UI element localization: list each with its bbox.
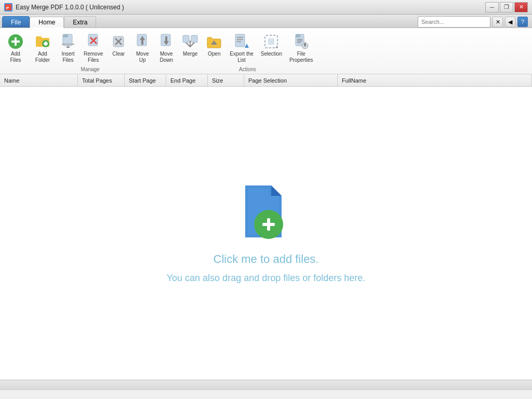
svg-rect-42 — [304, 44, 305, 46]
search-back-button[interactable]: ◀ — [505, 17, 515, 27]
open-button[interactable]: Open — [202, 31, 226, 59]
col-name: Name — [0, 74, 78, 86]
svg-rect-40 — [297, 42, 301, 43]
svg-rect-28 — [235, 34, 245, 47]
drop-line2: You can also drag and drop files or fold… — [167, 270, 366, 286]
help-button[interactable]: ? — [517, 17, 528, 27]
tab-extra[interactable]: Extra — [64, 16, 96, 28]
move-down-label: MoveDown — [159, 51, 173, 63]
export-list-button[interactable]: Export theList — [226, 31, 257, 65]
svg-marker-35 — [275, 46, 277, 48]
insert-files-label: InsertFiles — [61, 51, 74, 63]
main-content[interactable]: Click me to add files. You can also drag… — [0, 87, 532, 380]
col-end-page: End Page — [166, 74, 208, 86]
col-fullname: FullName — [338, 74, 532, 86]
svg-rect-34 — [268, 38, 274, 45]
window-controls: ─ ❐ ✕ — [485, 2, 528, 12]
add-files-label: AddFiles — [10, 51, 21, 63]
svg-rect-22 — [165, 36, 167, 42]
selection-label: Selection — [261, 51, 282, 57]
open-label: Open — [208, 51, 220, 57]
move-up-label: MoveUp — [136, 51, 149, 63]
file-properties-label: FileProperties — [289, 51, 313, 63]
svg-rect-10 — [62, 44, 74, 45]
move-up-icon — [134, 33, 151, 50]
svg-marker-11 — [66, 46, 70, 48]
move-down-button[interactable]: MoveDown — [154, 31, 178, 65]
svg-rect-9 — [63, 34, 68, 37]
col-page-selection: Page Selection — [244, 74, 338, 86]
titlebar: P Easy Merge PDF 1.0.0.0 ( Unlicensed ) … — [0, 0, 532, 15]
export-list-label: Export theList — [230, 51, 254, 63]
add-files-icon — [7, 33, 24, 50]
svg-rect-29 — [237, 37, 243, 38]
open-icon — [206, 33, 222, 50]
svg-rect-25 — [191, 35, 197, 43]
svg-rect-4 — [11, 41, 20, 43]
file-properties-button[interactable]: FileProperties — [286, 31, 317, 65]
search-area: ✕ ◀ ? — [418, 14, 530, 28]
search-clear-button[interactable]: ✕ — [493, 17, 503, 27]
svg-rect-38 — [297, 39, 302, 40]
file-properties-icon — [293, 33, 310, 50]
actions-section-label: Actions — [178, 65, 316, 74]
manage-section-label: Manage — [2, 65, 178, 74]
merge-button[interactable]: Merge — [178, 31, 202, 59]
svg-rect-24 — [183, 35, 189, 43]
insert-files-button[interactable]: InsertFiles — [56, 31, 80, 65]
remove-files-icon — [85, 33, 102, 50]
drop-text: Click me to add files. You can also drag… — [167, 249, 366, 286]
tab-file[interactable]: File — [2, 16, 30, 28]
svg-rect-7 — [44, 43, 48, 45]
tab-home[interactable]: Home — [30, 17, 64, 28]
svg-marker-32 — [245, 44, 249, 48]
selection-button[interactable]: Selection — [257, 31, 286, 59]
ribbon: AddFiles AddFolder — [0, 28, 532, 74]
app-title: Easy Merge PDF 1.0.0.0 ( Unlicensed ) — [16, 4, 124, 11]
drop-area[interactable]: Click me to add files. You can also drag… — [167, 180, 366, 286]
clear-button[interactable]: Clear — [107, 31, 130, 59]
svg-rect-30 — [237, 39, 243, 40]
statusbar — [0, 380, 532, 390]
column-headers: Name Total Pages Start Page End Page Siz… — [0, 74, 532, 87]
tab-bar: File Home Extra ✕ ◀ ? — [0, 15, 532, 28]
svg-text:P: P — [6, 6, 9, 10]
svg-rect-37 — [296, 34, 300, 37]
svg-rect-46 — [267, 218, 270, 231]
restore-button[interactable]: ❐ — [500, 2, 513, 12]
add-folder-label: AddFolder — [35, 51, 50, 63]
minimize-button[interactable]: ─ — [485, 2, 499, 12]
col-start-page: Start Page — [125, 74, 166, 86]
drop-file-icon — [235, 180, 297, 243]
titlebar-left: P Easy Merge PDF 1.0.0.0 ( Unlicensed ) — [4, 3, 124, 11]
move-down-icon — [158, 33, 175, 50]
app-icon: P — [4, 3, 12, 11]
close-button[interactable]: ✕ — [514, 2, 528, 12]
search-input[interactable] — [418, 16, 490, 28]
col-size: Size — [208, 74, 244, 86]
export-list-icon — [233, 33, 250, 50]
remove-files-label: RemoveFiles — [84, 51, 103, 63]
clear-icon — [110, 33, 127, 50]
add-folder-icon — [34, 33, 51, 50]
selection-icon — [263, 33, 280, 50]
svg-rect-39 — [297, 41, 302, 42]
svg-rect-31 — [237, 41, 241, 42]
clear-label: Clear — [112, 51, 125, 57]
move-up-button[interactable]: MoveUp — [130, 31, 154, 65]
col-total-pages: Total Pages — [78, 74, 125, 86]
add-files-button[interactable]: AddFiles — [2, 31, 29, 65]
ribbon-actions-section: Merge Open — [178, 29, 316, 74]
drop-line1: Click me to add files. — [167, 249, 366, 270]
add-folder-button[interactable]: AddFolder — [29, 31, 56, 65]
svg-point-43 — [304, 43, 305, 45]
remove-files-button[interactable]: RemoveFiles — [80, 31, 107, 65]
merge-label: Merge — [183, 51, 197, 57]
ribbon-manage-section: AddFiles AddFolder — [2, 29, 178, 74]
svg-rect-20 — [141, 39, 143, 45]
insert-files-icon — [60, 33, 76, 50]
merge-icon — [182, 33, 198, 50]
